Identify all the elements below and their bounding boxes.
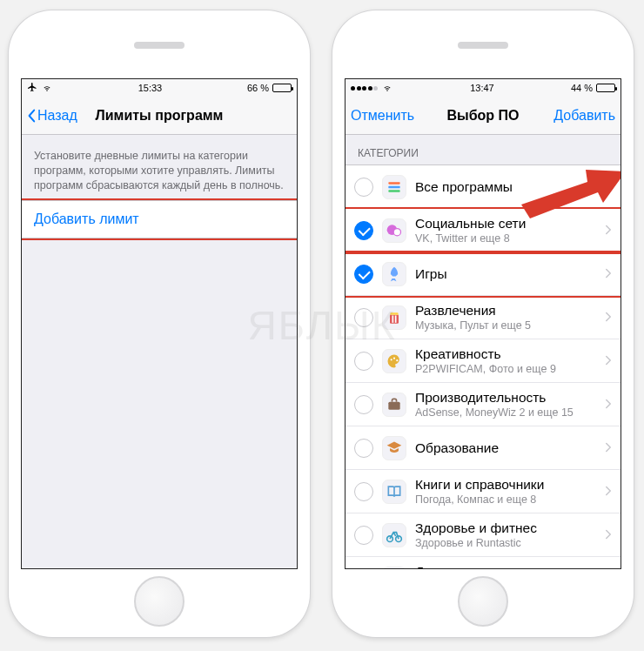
- chevron-right-icon: [605, 484, 612, 500]
- category-title: Креативность: [415, 346, 596, 362]
- category-title: Развлечения: [415, 303, 596, 319]
- category-text: ПроизводительностьAdSense, MoneyWiz 2 и …: [415, 390, 596, 419]
- checkbox[interactable]: [354, 265, 373, 284]
- chevron-right-icon: [605, 353, 612, 369]
- category-title: Здоровье и фитнес: [415, 520, 596, 536]
- checkbox[interactable]: [354, 308, 373, 327]
- battery-text: 44 %: [571, 83, 593, 93]
- category-list: Все программыСоциальные сетиVK, Twitter …: [345, 164, 621, 568]
- status-bar: 13:47 44 %: [345, 79, 621, 97]
- category-text: Социальные сетиVK, Twitter и еще 8: [415, 216, 596, 245]
- category-subtitle: AdSense, MoneyWiz 2 и еще 15: [415, 406, 596, 419]
- svg-rect-7: [392, 315, 394, 322]
- checkbox[interactable]: [354, 439, 373, 458]
- category-row[interactable]: Игры: [345, 252, 621, 296]
- bike-icon: [382, 523, 406, 547]
- carrier-dots-icon: [351, 86, 378, 91]
- category-row[interactable]: КреативностьP2PWIFICAM, Фото и еще 9: [345, 339, 621, 383]
- category-row[interactable]: ДругоеBlaBlaCar, Видео и еще 10: [345, 557, 621, 568]
- back-label: Назад: [37, 108, 77, 124]
- svg-rect-3: [388, 190, 399, 192]
- category-row[interactable]: Здоровье и фитнесЗдоровье и Runtastic: [345, 513, 621, 557]
- category-row[interactable]: Все программы: [345, 165, 621, 209]
- category-text: КреативностьP2PWIFICAM, Фото и еще 9: [415, 346, 596, 375]
- book-icon: [382, 480, 406, 504]
- checkbox[interactable]: [354, 482, 373, 501]
- nav-bar: Отменить Выбор ПО Добавить: [345, 97, 621, 135]
- battery-icon: [596, 84, 615, 92]
- back-button[interactable]: Назад: [27, 108, 90, 124]
- checkbox[interactable]: [354, 221, 373, 240]
- checkbox[interactable]: [354, 526, 373, 545]
- battery-text: 66 %: [247, 83, 269, 93]
- svg-point-9: [391, 359, 392, 360]
- svg-rect-1: [388, 182, 399, 185]
- chevron-right-icon: [605, 397, 612, 413]
- rocket-icon: [382, 262, 406, 286]
- category-text: Образование: [415, 440, 596, 456]
- add-limit-row[interactable]: Добавить лимит: [22, 200, 297, 238]
- category-text: Книги и справочникиПогода, Компас и еще …: [415, 477, 596, 506]
- popcorn-icon: [382, 305, 406, 330]
- svg-point-10: [393, 357, 395, 359]
- chevron-right-icon: [605, 179, 612, 195]
- svg-rect-8: [395, 315, 397, 322]
- svg-point-11: [396, 359, 398, 361]
- airplane-icon: [27, 82, 37, 94]
- category-row[interactable]: ПроизводительностьAdSense, MoneyWiz 2 и …: [345, 383, 621, 426]
- wifi-icon: [41, 82, 53, 94]
- category-title: Книги и справочники: [415, 477, 596, 493]
- category-title: Образование: [415, 440, 596, 456]
- svg-rect-6: [390, 314, 399, 323]
- section-header-categories: КАТЕГОРИИ: [345, 135, 621, 164]
- category-subtitle: P2PWIFICAM, Фото и еще 9: [415, 363, 596, 375]
- svg-rect-12: [388, 401, 399, 409]
- palette-icon: [382, 349, 406, 373]
- stack-icon: [382, 175, 406, 199]
- dots-icon: [382, 567, 406, 569]
- chevron-right-icon: [605, 527, 612, 543]
- screen-left: 15:33 66 % Назад Лимиты программ Установ…: [21, 78, 298, 569]
- chevron-left-icon: [27, 109, 36, 123]
- category-title: Игры: [415, 266, 596, 282]
- category-text: Здоровье и фитнесЗдоровье и Runtastic: [415, 520, 596, 549]
- status-time: 13:47: [470, 83, 494, 93]
- category-row[interactable]: Книги и справочникиПогода, Компас и еще …: [345, 470, 621, 513]
- add-label: Добавить: [553, 108, 615, 124]
- category-title: Все программы: [415, 179, 596, 195]
- category-row[interactable]: Социальные сетиVK, Twitter и еще 8: [345, 209, 621, 252]
- cancel-label: Отменить: [351, 108, 414, 124]
- checkbox[interactable]: [354, 178, 373, 197]
- svg-rect-2: [388, 185, 399, 188]
- phone-right: 13:47 44 % Отменить Выбор ПО Добавить КА…: [332, 10, 634, 637]
- group-description: Установите дневные лимиты на категории п…: [22, 135, 297, 200]
- category-title: Социальные сети: [415, 216, 596, 232]
- chevron-right-icon: [605, 266, 612, 282]
- category-subtitle: Погода, Компас и еще 8: [415, 493, 596, 506]
- briefcase-icon: [382, 393, 406, 417]
- category-subtitle: Музыка, Пульт и еще 5: [415, 319, 596, 332]
- grad-icon: [382, 436, 406, 460]
- checkbox[interactable]: [354, 395, 373, 414]
- category-text: Игры: [415, 266, 596, 282]
- nav-bar: Назад Лимиты программ: [22, 97, 297, 135]
- add-button[interactable]: Добавить: [553, 108, 615, 124]
- checkbox[interactable]: [354, 352, 373, 371]
- screen-right: 13:47 44 % Отменить Выбор ПО Добавить КА…: [345, 78, 621, 569]
- bubble-icon: [382, 218, 406, 243]
- category-text: ДругоеBlaBlaCar, Видео и еще 10: [415, 564, 596, 568]
- category-row[interactable]: РазвлеченияМузыка, Пульт и еще 5: [345, 296, 621, 339]
- category-title: Другое: [415, 564, 596, 568]
- category-title: Производительность: [415, 390, 596, 406]
- chevron-right-icon: [605, 223, 612, 238]
- category-text: Все программы: [415, 179, 596, 195]
- cancel-button[interactable]: Отменить: [351, 108, 414, 124]
- svg-point-5: [393, 228, 400, 235]
- status-bar: 15:33 66 %: [22, 79, 297, 97]
- chevron-right-icon: [605, 310, 612, 326]
- category-subtitle: VK, Twitter и еще 8: [415, 232, 596, 245]
- category-row[interactable]: Образование: [345, 426, 621, 470]
- category-text: РазвлеченияМузыка, Пульт и еще 5: [415, 303, 596, 332]
- category-subtitle: Здоровье и Runtastic: [415, 537, 596, 549]
- chevron-right-icon: [605, 440, 612, 456]
